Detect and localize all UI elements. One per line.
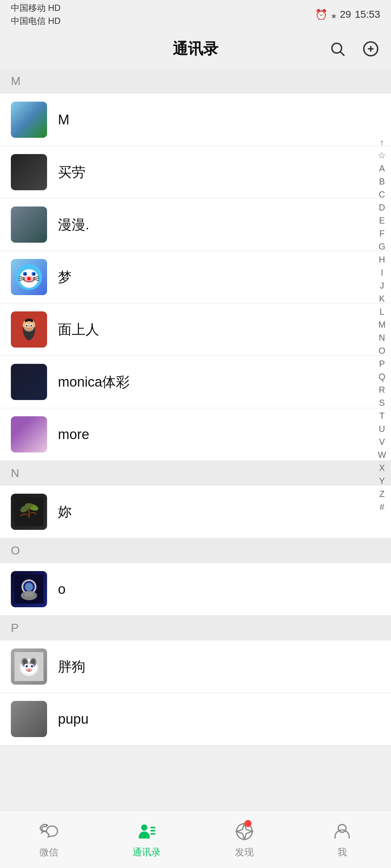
contact-name-monica: monica体彩 — [58, 373, 130, 391]
contact-more[interactable]: more — [0, 408, 391, 461]
contact-monica[interactable]: monica体彩 — [0, 356, 391, 408]
svg-point-50 — [31, 666, 33, 667]
contact-name-meng: 梦 — [58, 268, 72, 286]
contact-name-ni: 妳 — [58, 503, 72, 521]
contact-name-pupu: pupu — [58, 711, 89, 727]
nav-contacts[interactable]: 通讯录 — [98, 820, 196, 859]
index-m[interactable]: M — [378, 320, 386, 330]
avatar-pupu — [11, 701, 47, 737]
index-s[interactable]: S — [378, 398, 386, 408]
index-b[interactable]: B — [378, 176, 386, 187]
bluetooth-icon: ⁎ — [331, 9, 336, 21]
discover-badge — [244, 820, 252, 827]
add-button[interactable] — [361, 39, 380, 58]
contact-ni[interactable]: 妳 — [0, 486, 391, 538]
nav-weixin[interactable]: 微信 — [0, 820, 98, 859]
avatar-buylao — [11, 154, 47, 190]
avatar-manman — [11, 207, 47, 243]
status-bar: 中国移动 HD 中国电信 HD ⏰ ⁎ 29 15:53 — [0, 0, 391, 29]
contact-list: M M 买劳 漫漫. — [0, 69, 391, 803]
contact-pangou[interactable]: 胖狗 — [0, 641, 391, 693]
index-e[interactable]: E — [378, 216, 386, 226]
avatar-pangou — [11, 648, 47, 685]
avatar-mianshang — [11, 311, 47, 348]
svg-point-26 — [26, 325, 28, 327]
svg-point-11 — [25, 273, 26, 275]
carrier1: 中国移动 HD — [11, 2, 60, 14]
index-j[interactable]: J — [379, 281, 385, 291]
contact-name-o: o — [58, 582, 66, 597]
contact-name-mianshang: 面上人 — [58, 320, 99, 339]
contact-o[interactable]: o — [0, 563, 391, 616]
time: 15:53 — [355, 9, 380, 20]
svg-point-49 — [26, 666, 28, 667]
svg-point-27 — [30, 325, 32, 327]
contact-m[interactable]: M — [0, 94, 391, 146]
index-i[interactable]: I — [380, 268, 384, 278]
weixin-label: 微信 — [39, 846, 58, 859]
me-icon — [331, 820, 354, 843]
avatar-o — [11, 571, 47, 607]
contact-name-manman: 漫漫. — [58, 216, 89, 234]
me-label: 我 — [337, 846, 347, 859]
svg-rect-37 — [25, 591, 33, 596]
status-icons: ⏰ ⁎ 29 15:53 — [315, 9, 380, 21]
index-y[interactable]: Y — [378, 476, 386, 486]
avatar-meng — [11, 259, 47, 295]
battery-indicator: 29 — [340, 9, 351, 20]
svg-point-20 — [27, 277, 31, 281]
contact-pupu[interactable]: pupu — [0, 693, 391, 745]
index-r[interactable]: R — [378, 385, 386, 395]
index-g[interactable]: G — [378, 242, 386, 252]
contacts-icon — [135, 820, 158, 843]
search-button[interactable] — [328, 39, 347, 58]
section-header-o: O — [0, 538, 391, 563]
index-l[interactable]: L — [379, 307, 385, 317]
svg-point-31 — [25, 503, 33, 508]
nav-discover[interactable]: 发现 — [196, 820, 293, 859]
discover-icon — [233, 820, 256, 843]
index-hash[interactable]: # — [379, 502, 385, 512]
index-top[interactable]: ↑ — [379, 137, 385, 148]
index-star[interactable]: ☆ — [377, 150, 387, 161]
page-header: 通讯录 — [0, 29, 391, 69]
section-header-m: M — [0, 69, 391, 94]
index-q[interactable]: Q — [378, 372, 386, 382]
contact-mianshang[interactable]: 面上人 — [0, 303, 391, 356]
index-z[interactable]: Z — [379, 489, 386, 499]
discover-label: 发现 — [235, 846, 254, 859]
alarm-icon: ⏰ — [315, 9, 328, 21]
contacts-label: 通讯录 — [133, 846, 161, 859]
contact-name-m: M — [58, 112, 70, 128]
index-x[interactable]: X — [378, 463, 386, 473]
index-c[interactable]: C — [378, 190, 386, 200]
contact-buylao[interactable]: 买劳 — [0, 146, 391, 199]
index-v[interactable]: V — [378, 437, 386, 447]
section-header-n: N — [0, 461, 391, 486]
index-t[interactable]: T — [379, 411, 386, 421]
index-p[interactable]: P — [378, 359, 386, 369]
carrier2: 中国电信 HD — [11, 15, 60, 27]
index-k[interactable]: K — [378, 294, 386, 304]
nav-me[interactable]: 我 — [293, 820, 391, 859]
index-u[interactable]: U — [378, 424, 386, 434]
svg-point-12 — [33, 273, 35, 275]
index-f[interactable]: F — [379, 229, 386, 239]
index-n[interactable]: N — [378, 333, 386, 343]
alphabet-index: ↑ ☆ A B C D E F G H I J K L M N O P Q R … — [373, 137, 391, 512]
index-o[interactable]: O — [378, 346, 386, 356]
contact-manman[interactable]: 漫漫. — [0, 199, 391, 251]
avatar-more — [11, 416, 47, 452]
index-a[interactable]: A — [378, 163, 386, 174]
index-w[interactable]: W — [377, 450, 387, 460]
contact-meng[interactable]: 梦 — [0, 251, 391, 303]
svg-point-35 — [25, 583, 33, 591]
index-h[interactable]: H — [378, 255, 386, 265]
contact-name-buylao: 买劳 — [58, 163, 85, 182]
svg-point-53 — [141, 825, 147, 831]
avatar-monica — [11, 364, 47, 400]
avatar-m — [11, 102, 47, 138]
svg-line-1 — [341, 52, 345, 56]
index-d[interactable]: D — [378, 203, 386, 213]
header-actions — [328, 39, 380, 58]
